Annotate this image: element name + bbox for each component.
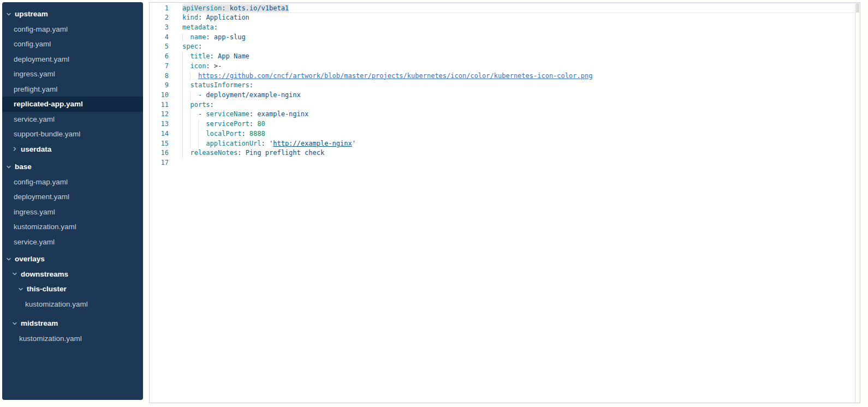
code-link[interactable]: http://example-nginx: [273, 140, 352, 147]
tree-file-kustomization-yaml[interactable]: kustomization.yaml: [2, 297, 143, 312]
code-line-content[interactable]: apiVersion: kots.io/v1beta1: [182, 4, 860, 14]
code-line-content[interactable]: releaseNotes: Ping preflight check: [182, 148, 860, 158]
code-line[interactable]: 16 releaseNotes: Ping preflight check: [150, 148, 860, 158]
code-token: 8888: [249, 130, 265, 137]
chevron-down-icon[interactable]: [6, 164, 11, 170]
tree-item-label: deployment.yaml: [14, 55, 69, 63]
code-line-content[interactable]: applicationUrl: 'http://example-nginx': [182, 139, 860, 149]
code-editor[interactable]: 1apiVersion: kots.io/v1beta12kind: Appli…: [149, 2, 860, 403]
tree-file-config-map-yaml[interactable]: config-map.yaml: [2, 22, 143, 37]
line-number: 10: [150, 91, 182, 100]
tree-item-label: midstream: [21, 319, 58, 327]
code-token: serviceName: [206, 110, 249, 118]
tree-file-ingress-yaml[interactable]: ingress.yaml: [2, 205, 143, 220]
tree-file-ingress-yaml[interactable]: ingress.yaml: [2, 67, 143, 82]
code-line-content[interactable]: ports:: [182, 100, 860, 110]
code-token: [182, 149, 190, 157]
code-token: Application: [206, 14, 249, 21]
code-line[interactable]: 6 title: App Name: [150, 52, 860, 62]
chevron-down-icon[interactable]: [6, 11, 11, 17]
tree-folder-this-cluster[interactable]: this-cluster: [2, 282, 143, 297]
indent-guide: [182, 91, 183, 100]
code-token: [182, 62, 190, 70]
code-line[interactable]: 11 ports:: [150, 100, 860, 110]
code-token: :: [249, 120, 253, 128]
code-line-content[interactable]: kind: Application: [182, 13, 860, 23]
indent-guide: [182, 110, 183, 119]
code-line-content[interactable]: [182, 158, 860, 168]
code-token: :: [249, 110, 253, 118]
overview-ruler-scrollbar[interactable]: [855, 3, 860, 403]
code-line-content[interactable]: name: app-slug: [182, 33, 860, 43]
code-token: :: [210, 101, 214, 109]
code-line[interactable]: 7 icon: >-: [150, 62, 860, 71]
line-number: 15: [150, 139, 182, 149]
code-token: :: [206, 33, 210, 41]
chevron-down-icon[interactable]: [12, 271, 17, 277]
code-line[interactable]: 9 statusInformers:: [150, 81, 860, 91]
tree-file-config-yaml[interactable]: config.yaml: [2, 37, 143, 52]
tree-file-deployment-yaml[interactable]: deployment.yaml: [2, 52, 143, 67]
code-line-content[interactable]: metadata:: [182, 23, 860, 33]
code-token: example-nginx: [257, 110, 308, 118]
code-line-content[interactable]: statusInformers:: [182, 81, 860, 91]
tree-file-preflight-yaml[interactable]: preflight.yaml: [2, 82, 143, 97]
chevron-down-icon[interactable]: [12, 321, 17, 326]
code-link[interactable]: https://github.com/cncf/artwork/blob/mas…: [198, 72, 592, 80]
code-line[interactable]: 1apiVersion: kots.io/v1beta1: [150, 4, 860, 14]
code-line-content[interactable]: spec:: [182, 42, 860, 52]
tree-folder-base[interactable]: base: [2, 159, 143, 175]
code-line-content[interactable]: title: App Name: [182, 52, 860, 62]
code-token: [210, 33, 214, 41]
tree-file-replicated-app-yaml[interactable]: replicated-app.yaml: [2, 97, 143, 112]
tree-file-kustomization-yaml[interactable]: kustomization.yaml: [2, 331, 143, 346]
tree-file-support-bundle-yaml[interactable]: support-bundle.yaml: [2, 127, 143, 142]
code-line[interactable]: 15 applicationUrl: 'http://example-nginx…: [150, 139, 860, 149]
chevron-down-icon[interactable]: [18, 286, 23, 292]
tree-file-service-yaml[interactable]: service.yaml: [2, 112, 143, 127]
indent-guide: [182, 81, 183, 91]
tree-file-kustomization-yaml[interactable]: kustomization.yaml: [2, 219, 143, 235]
tree-folder-userdata[interactable]: userdata: [2, 142, 143, 157]
code-token: icon: [190, 62, 206, 70]
tree-folder-upstream[interactable]: upstream: [2, 7, 143, 22]
code-line-content[interactable]: servicePort: 80: [182, 119, 860, 129]
code-line-content[interactable]: - serviceName: example-nginx: [182, 110, 860, 119]
code-line[interactable]: 3metadata:: [150, 23, 860, 33]
code-token: [182, 33, 190, 41]
code-line[interactable]: 8 https://github.com/cncf/artwork/blob/m…: [150, 71, 860, 81]
code-line[interactable]: 12 - serviceName: example-nginx: [150, 110, 860, 119]
line-number: 17: [150, 158, 182, 168]
code-line[interactable]: 4 name: app-slug: [150, 33, 860, 43]
code-line[interactable]: 13 servicePort: 80: [150, 119, 860, 129]
indent-guide: [182, 139, 183, 149]
code-line-content[interactable]: https://github.com/cncf/artwork/blob/mas…: [182, 71, 860, 81]
chevron-right-icon[interactable]: [12, 146, 17, 152]
code-token: name: [190, 33, 206, 41]
code-line[interactable]: 2kind: Application: [150, 13, 860, 23]
code-token: :: [214, 23, 218, 31]
tree-folder-overlays[interactable]: overlays: [2, 252, 143, 267]
tree-item-label: kustomization.yaml: [14, 223, 76, 231]
tree-file-config-map-yaml[interactable]: config-map.yaml: [2, 175, 143, 190]
tree-item-label: kustomization.yaml: [25, 300, 88, 308]
code-line-content[interactable]: localPort: 8888: [182, 129, 860, 139]
code-line[interactable]: 5spec:: [150, 42, 860, 52]
tree-item-label: kustomization.yaml: [19, 334, 82, 343]
tree-file-service-yaml[interactable]: service.yaml: [2, 235, 143, 250]
code-line-content[interactable]: - deployment/example-nginx: [182, 91, 860, 100]
code-line[interactable]: 14 localPort: 8888: [150, 129, 860, 139]
indent-guide: [190, 91, 191, 100]
tree-folder-midstream[interactable]: midstream: [2, 316, 143, 331]
tree-folder-downstreams[interactable]: downstreams: [2, 267, 143, 282]
code-token: :: [198, 43, 202, 50]
code-line[interactable]: 17: [150, 158, 860, 168]
indent-guide: [190, 129, 191, 139]
chevron-down-icon[interactable]: [6, 256, 11, 262]
tree-file-deployment-yaml[interactable]: deployment.yaml: [2, 189, 143, 205]
code-line-content[interactable]: icon: >-: [182, 62, 860, 71]
code-token: Ping preflight check: [246, 149, 325, 157]
code-line[interactable]: 10 - deployment/example-nginx: [150, 91, 860, 100]
code-token: -: [198, 110, 206, 118]
code-token: [182, 130, 206, 137]
